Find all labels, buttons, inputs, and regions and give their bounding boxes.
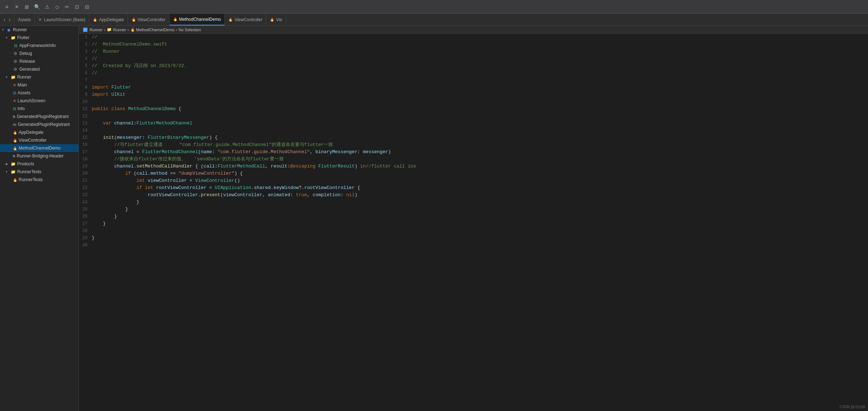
code-editor[interactable]: 1 // 2 // MethodChannelDemo.swift 3 // R… xyxy=(79,34,868,411)
code-line-19: 19 channel.setMethodCallHandler { (call:… xyxy=(79,163,868,170)
toolbar-scissors-icon[interactable]: ✂ xyxy=(63,3,71,11)
line-content-15: init(messenger: FlutterBinaryMessenger) … xyxy=(92,134,218,141)
line-content-4: // xyxy=(92,55,97,62)
code-line-3: 3 // Runner xyxy=(79,48,868,55)
breadcrumb: R Runner › 📁 Runner › 🔥 MethodChannelDem… xyxy=(79,26,868,34)
line-num-13: 13 xyxy=(79,120,92,127)
tab-viewcontroller2-label: ViewController xyxy=(234,17,262,22)
sidebar-root-chevron: ▾ xyxy=(2,28,6,32)
sidebar-item-main[interactable]: ✕ Main xyxy=(0,81,78,89)
sidebar-item-appframeworkinfo[interactable]: ⊟ AppFrameworkInfo xyxy=(0,42,78,49)
line-num-17: 17 xyxy=(79,148,92,156)
toolbar-stop-icon[interactable]: ✕ xyxy=(13,3,21,11)
sidebar-release-icon: ⚙ xyxy=(13,59,18,64)
sidebar-item-products[interactable]: ▶ 📁 Products xyxy=(0,160,78,168)
sidebar-item-bridging-header[interactable]: h Runner-Bridging-Header xyxy=(0,152,78,160)
sidebar-generated-label: Generated xyxy=(19,67,40,72)
tab-viewcontroller3-icon: 🔥 xyxy=(270,18,274,22)
line-num-12: 12 xyxy=(79,113,92,120)
sidebar-item-debug[interactable]: ⚙ Debug xyxy=(0,49,78,57)
sidebar-methodchanneldemo-label: MethodChannelDemo xyxy=(19,146,61,151)
sidebar-item-runner-folder[interactable]: ▾ 📁 Runner xyxy=(0,73,78,81)
sidebar-item-flutter[interactable]: ▾ 📁 Flutter xyxy=(0,34,78,42)
breadcrumb-sep3: › xyxy=(176,28,177,32)
tab-assets[interactable]: Assets xyxy=(14,14,35,25)
code-line-1: 1 // xyxy=(79,34,868,41)
toolbar-layout-icon[interactable]: ⊟ xyxy=(83,3,91,11)
sidebar-runner-folder-label: Runner xyxy=(17,75,31,80)
code-line-21: 21 let viewController = ViewController() xyxy=(79,177,868,184)
sidebar-item-launchscreen[interactable]: ✕ LaunchScreen xyxy=(0,97,78,105)
tab-bar: ‹ › Assets ✕ LaunchScreen (Base) 🔥 AppDe… xyxy=(0,14,868,26)
tab-viewcontroller1-icon: 🔥 xyxy=(132,18,136,22)
sidebar-root-label: Runner xyxy=(13,27,27,32)
line-num-20: 20 xyxy=(79,170,92,177)
sidebar-products-folder-icon: 📁 xyxy=(11,162,16,166)
sidebar-item-info[interactable]: ⊟ Info xyxy=(0,105,78,113)
sidebar-item-assets[interactable]: ⊟ Assets xyxy=(0,89,78,97)
toolbar-diamond-icon[interactable]: ◇ xyxy=(53,3,61,11)
sidebar-debug-label: Debug xyxy=(19,51,32,56)
code-line-10: 10 xyxy=(79,98,868,105)
sidebar-item-runnertests-folder[interactable]: ▾ 📁 RunnerTests xyxy=(0,168,78,176)
code-line-11: 11 public class MethodChannelDemo { xyxy=(79,105,868,113)
sidebar-item-appdelegate[interactable]: 🔥 AppDelegate xyxy=(0,128,78,136)
sidebar-item-runnertests[interactable]: 🔥 RunnerTests xyxy=(0,176,78,184)
toolbar-grid-icon[interactable]: ⊡ xyxy=(73,3,81,11)
line-num-19: 19 xyxy=(79,163,92,170)
sidebar-root-icon: ◉ xyxy=(7,28,11,32)
sidebar-item-viewcontroller[interactable]: 🔥 ViewController xyxy=(0,136,78,144)
sidebar-gpr-m-label: GeneratedPluginRegistrant xyxy=(18,122,70,127)
sidebar-item-release[interactable]: ⚙ Release xyxy=(0,57,78,65)
line-num-14: 14 xyxy=(79,127,92,134)
sidebar-item-generatedpluginregistrant-h[interactable]: h GeneratedPluginRegistrant xyxy=(0,113,78,121)
sidebar-debug-icon: ⚙ xyxy=(13,51,18,56)
toolbar: ≡ ✕ ⊞ 🔍 ⚠ ◇ ✂ ⊡ ⊟ xyxy=(0,0,868,14)
sidebar-runner-folder-icon: 📁 xyxy=(11,75,16,80)
breadcrumb-swift-icon: 🔥 xyxy=(130,28,135,32)
toolbar-scheme-icon[interactable]: ⊞ xyxy=(23,3,31,11)
line-content-28 xyxy=(92,227,95,235)
sidebar-item-methodchanneldemo[interactable]: 🔥 MethodChannelDemo xyxy=(0,144,78,152)
line-content-11: public class MethodChannelDemo { xyxy=(92,105,181,113)
toolbar-warn-icon[interactable]: ⚠ xyxy=(43,3,51,11)
sidebar-info-label: Info xyxy=(18,106,25,111)
line-num-27: 27 xyxy=(79,220,92,227)
line-content-23: rootViewController.present(viewControlle… xyxy=(92,192,357,199)
toolbar-search-icon[interactable]: 🔍 xyxy=(33,3,41,11)
line-content-29: } xyxy=(92,235,95,242)
sidebar-generated-icon: ⚙ xyxy=(13,67,18,72)
breadcrumb-selection: No Selection xyxy=(178,28,201,32)
tab-viewcontroller3-label: Vie xyxy=(276,17,282,22)
sidebar-flutter-chevron: ▾ xyxy=(6,36,9,39)
line-content-25: } xyxy=(92,206,128,213)
tab-viewcontroller1-label: ViewController xyxy=(138,17,166,22)
tab-appdelegate[interactable]: 🔥 AppDelegate xyxy=(89,14,128,25)
tab-forward-button[interactable]: › xyxy=(8,16,12,23)
tab-back-button[interactable]: ‹ xyxy=(2,16,7,23)
line-content-2: // MethodChannelDemo.swift xyxy=(92,41,167,48)
line-content-16: //与flutter建立通道 "com.flutter.guide.Method… xyxy=(92,141,333,148)
tab-viewcontroller1[interactable]: 🔥 ViewController xyxy=(128,14,170,25)
line-num-21: 21 xyxy=(79,177,92,184)
sidebar-item-generatedpluginregistrant-m[interactable]: m GeneratedPluginRegistrant xyxy=(0,121,78,128)
tab-launchscreen[interactable]: ✕ LaunchScreen (Base) xyxy=(35,14,89,25)
code-line-29: 29 } xyxy=(79,235,868,242)
tab-methodchanneldemo[interactable]: 🔥 MethodChannelDemo xyxy=(170,14,225,25)
line-content-19: channel.setMethodCallHandler { (call:Flu… xyxy=(92,163,416,170)
code-line-4: 4 // xyxy=(79,55,868,62)
line-content-6: // xyxy=(92,70,97,77)
line-num-3: 3 xyxy=(79,48,92,55)
toolbar-menu-icon[interactable]: ≡ xyxy=(3,3,11,11)
sidebar-runnertests-folder-label: RunnerTests xyxy=(17,169,41,174)
sidebar-appdelegate-icon: 🔥 xyxy=(13,131,17,134)
code-line-24: 24 } xyxy=(79,199,868,206)
tab-viewcontroller2[interactable]: 🔥 ViewController xyxy=(225,14,266,25)
sidebar-item-generated[interactable]: ⚙ Generated xyxy=(0,65,78,73)
sidebar-root[interactable]: ▾ ◉ Runner xyxy=(0,26,78,34)
line-content-1: // xyxy=(92,34,97,41)
sidebar-runnertests-chevron: ▾ xyxy=(6,170,9,174)
line-content-7 xyxy=(92,77,95,84)
tab-viewcontroller3[interactable]: 🔥 Vie xyxy=(266,14,286,25)
code-line-25: 25 } xyxy=(79,206,868,213)
